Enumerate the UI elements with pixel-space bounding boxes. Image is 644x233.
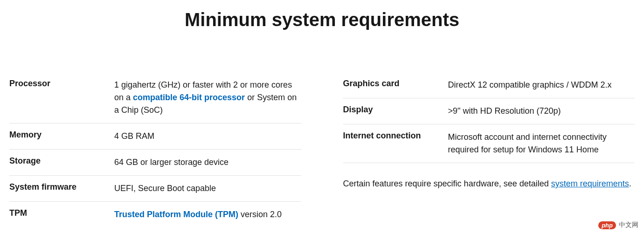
spec-row-firmware: System firmware UEFI, Secure Boot capabl… (9, 176, 301, 202)
spec-label: System firmware (9, 182, 114, 192)
spec-label: Processor (9, 79, 114, 89)
spec-value: Trusted Platform Module (TPM) version 2.… (114, 208, 301, 221)
watermark: php 中文网 (598, 221, 638, 229)
spec-value: 4 GB RAM (114, 130, 301, 143)
spec-value: Microsoft account and internet connectiv… (448, 131, 635, 156)
spec-text: version 2.0 (238, 210, 282, 219)
spec-row-tpm: TPM Trusted Platform Module (TPM) versio… (9, 202, 301, 227)
specs-columns: Processor 1 gigahertz (GHz) or faster wi… (7, 72, 637, 227)
page-title: Minimum system requirements (7, 9, 637, 30)
right-column: Graphics card DirectX 12 compatible grap… (343, 72, 635, 227)
spec-label: Storage (9, 156, 114, 166)
spec-label: TPM (9, 208, 114, 218)
system-requirements-link[interactable]: system requirements (551, 179, 629, 188)
spec-label: Graphics card (343, 79, 448, 89)
spec-value: >9" with HD Resolution (720p) (448, 105, 635, 117)
left-column: Processor 1 gigahertz (GHz) or faster wi… (9, 72, 301, 227)
spec-value: DirectX 12 compatible graphics / WDDM 2.… (448, 79, 635, 91)
footer-note: Certain features require specific hardwa… (343, 163, 635, 191)
note-text: . (629, 179, 631, 188)
php-badge-icon: php (598, 221, 616, 229)
spec-row-display: Display >9" with HD Resolution (720p) (343, 98, 635, 124)
spec-label: Memory (9, 130, 114, 140)
spec-value: 64 GB or larger storage device (114, 156, 301, 169)
spec-label: Internet connection (343, 131, 448, 141)
spec-row-processor: Processor 1 gigahertz (GHz) or faster wi… (9, 72, 301, 123)
spec-row-graphics: Graphics card DirectX 12 compatible grap… (343, 72, 635, 98)
spec-row-storage: Storage 64 GB or larger storage device (9, 150, 301, 176)
spec-value: 1 gigahertz (GHz) or faster with 2 or mo… (114, 79, 301, 116)
spec-value: UEFI, Secure Boot capable (114, 182, 301, 195)
spec-row-internet: Internet connection Microsoft account an… (343, 124, 635, 163)
watermark-text: 中文网 (619, 221, 638, 229)
spec-label: Display (343, 105, 448, 115)
note-text: Certain features require specific hardwa… (343, 179, 551, 188)
spec-row-memory: Memory 4 GB RAM (9, 123, 301, 150)
tpm-link[interactable]: Trusted Platform Module (TPM) (114, 210, 238, 219)
processor-link[interactable]: compatible 64-bit processor (133, 93, 245, 102)
